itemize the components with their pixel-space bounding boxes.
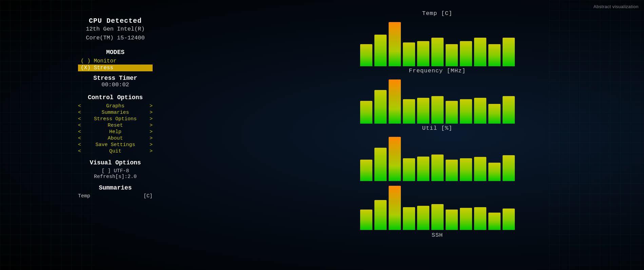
- bar-item: [403, 207, 415, 230]
- bar-item: [417, 98, 429, 124]
- bar-item: [389, 186, 401, 230]
- temp-chart-section: Temp [C]: [360, 10, 515, 66]
- watermark-text: Abstract visualization: [593, 4, 639, 9]
- cpu-line2: Core(TM) i5-12400: [86, 34, 144, 42]
- bar-item: [360, 160, 372, 181]
- summaries-temp-row: Temp [C]: [78, 193, 153, 199]
- modes-title: MODES: [78, 49, 153, 56]
- mode-stress[interactable]: (X) Stress: [78, 65, 153, 71]
- bar-item: [488, 104, 501, 124]
- control-help[interactable]: <Help>: [78, 129, 153, 135]
- bar-item: [446, 160, 458, 181]
- bar-item: [417, 157, 429, 181]
- bar-item: [488, 44, 501, 66]
- freq-chart-section: Frequency [MHz]: [360, 68, 515, 124]
- modes-section: MODES ( ) Monitor (X) Stress: [78, 49, 153, 71]
- charts-panel: Temp [C] Frequency [MHz] Util [%] SSH: [231, 0, 644, 270]
- bar-item: [431, 204, 444, 230]
- bar-item: [431, 38, 444, 66]
- bar-item: [474, 157, 486, 181]
- main-content: CPU Detected 12th Gen Intel(R) Core(TM) …: [0, 0, 644, 270]
- freq-chart-label: Frequency [MHz]: [409, 68, 466, 74]
- control-summaries[interactable]: <Summaries>: [78, 109, 153, 116]
- control-save-settings[interactable]: <Save Settings>: [78, 142, 153, 148]
- bar-item: [374, 200, 387, 230]
- ssh-chart-section: SSH: [360, 182, 515, 238]
- bar-item: [488, 163, 501, 181]
- bar-item: [374, 35, 387, 66]
- bar-item: [389, 22, 401, 66]
- bar-item: [474, 207, 486, 230]
- control-options-section: Control Options <Graphs> <Summaries> <St…: [78, 94, 153, 155]
- ssh-bar-chart: [360, 182, 515, 230]
- util-chart-label: Util [%]: [422, 125, 453, 131]
- ssh-chart-label: SSH: [432, 232, 443, 238]
- bar-item: [460, 41, 472, 66]
- control-options-title: Control Options: [78, 94, 153, 101]
- stress-timer-value: 00:00:02: [93, 82, 137, 88]
- summaries-section: Summaries Temp [C]: [78, 184, 153, 199]
- stress-timer-section: Stress Timer 00:00:02: [93, 75, 137, 88]
- mode-monitor[interactable]: ( ) Monitor: [78, 58, 153, 65]
- bar-item: [460, 99, 472, 124]
- stress-timer-label: Stress Timer: [93, 75, 137, 82]
- visual-options-title: Visual Options: [90, 159, 141, 166]
- bar-item: [431, 155, 444, 181]
- bar-item: [503, 38, 515, 66]
- bar-item: [446, 101, 458, 124]
- summaries-temp-unit: [C]: [143, 193, 153, 199]
- cpu-line1: 12th Gen Intel(R): [86, 25, 144, 34]
- bar-item: [474, 98, 486, 124]
- bar-item: [417, 206, 429, 230]
- bar-item: [360, 101, 372, 124]
- util-bar-chart: [360, 133, 515, 181]
- control-graphs[interactable]: <Graphs>: [78, 103, 153, 109]
- bar-item: [460, 158, 472, 181]
- bar-item: [389, 79, 401, 124]
- freq-bar-chart: [360, 76, 515, 124]
- bar-item: [403, 42, 415, 66]
- visual-options-section: Visual Options [ ] UTF-8 Refresh[s]:2.0: [90, 159, 141, 180]
- bar-item: [503, 209, 515, 230]
- control-about[interactable]: <About>: [78, 135, 153, 142]
- summaries-title: Summaries: [78, 184, 153, 191]
- cpu-section: CPU Detected 12th Gen Intel(R) Core(TM) …: [86, 17, 144, 42]
- bar-item: [374, 90, 387, 124]
- left-panel: CPU Detected 12th Gen Intel(R) Core(TM) …: [0, 0, 231, 270]
- bar-item: [488, 213, 501, 230]
- bar-item: [446, 44, 458, 66]
- visual-utf8[interactable]: [ ] UTF-8: [90, 168, 141, 174]
- bar-item: [417, 41, 429, 66]
- util-chart-section: Util [%]: [360, 125, 515, 181]
- summaries-temp-label: Temp: [78, 193, 90, 199]
- control-stress-options[interactable]: <Stress Options>: [78, 116, 153, 122]
- bar-item: [460, 208, 472, 230]
- bar-item: [374, 148, 387, 181]
- bar-item: [503, 155, 515, 181]
- bar-item: [403, 99, 415, 124]
- temp-chart-label: Temp [C]: [422, 10, 453, 17]
- bar-item: [446, 210, 458, 230]
- visual-refresh: Refresh[s]:2.0: [90, 174, 141, 180]
- bar-item: [474, 38, 486, 66]
- control-quit[interactable]: <Quit>: [78, 148, 153, 155]
- bar-item: [360, 44, 372, 66]
- bar-item: [389, 137, 401, 181]
- control-reset[interactable]: <Reset>: [78, 122, 153, 129]
- cpu-title: CPU Detected: [86, 17, 144, 25]
- temp-bar-chart: [360, 19, 515, 66]
- bar-item: [403, 158, 415, 181]
- bar-item: [431, 96, 444, 124]
- bar-item: [360, 210, 372, 230]
- bar-item: [503, 96, 515, 124]
